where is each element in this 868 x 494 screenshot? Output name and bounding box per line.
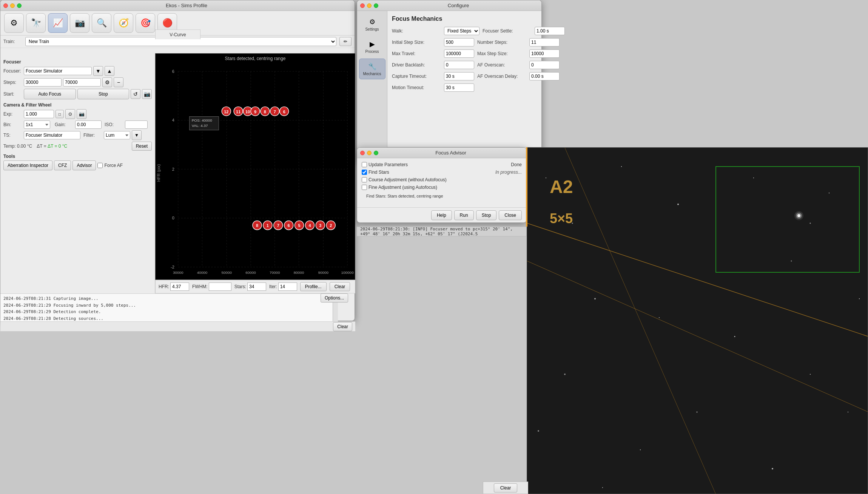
max-step-input[interactable] bbox=[529, 49, 560, 58]
filter-label: Filter: bbox=[83, 133, 102, 138]
log-line-1: 2024-06-29T08:21:31 Capturing image... bbox=[3, 295, 330, 302]
settings-tool-btn[interactable]: ⚙ bbox=[4, 13, 24, 33]
align-tool-btn[interactable]: 🧭 bbox=[114, 13, 133, 33]
motion-timeout-input[interactable] bbox=[444, 83, 474, 92]
reset-btn[interactable]: Reset bbox=[132, 142, 152, 151]
scope-tool-btn[interactable]: 🔭 bbox=[26, 13, 46, 33]
course-adj-checkbox[interactable] bbox=[362, 177, 367, 182]
close-btn[interactable] bbox=[3, 3, 8, 8]
auto-focus-btn[interactable]: Auto Focus bbox=[24, 89, 76, 99]
focuser-input[interactable] bbox=[24, 67, 92, 75]
advisor-run-btn[interactable]: Run bbox=[454, 210, 474, 220]
exp-grab-btn[interactable]: □ bbox=[56, 110, 64, 118]
svg-point-75 bbox=[697, 412, 698, 413]
advisor-btn[interactable]: Advisor bbox=[72, 161, 96, 170]
steps-settings-btn[interactable]: ⚙ bbox=[102, 77, 112, 87]
capture-timeout-label: Capture Timeout: bbox=[392, 74, 441, 79]
log-clear-btn[interactable]: Clear bbox=[333, 322, 352, 331]
svg-point-79 bbox=[810, 223, 811, 224]
exp-cam-btn[interactable]: 📷 bbox=[77, 109, 86, 119]
bottom-clear-area: Clear bbox=[483, 482, 528, 494]
advisor-help-btn[interactable]: Help bbox=[431, 210, 452, 220]
config-nav-process[interactable]: ▶ Process bbox=[359, 36, 385, 57]
configure-minimize-btn[interactable] bbox=[367, 3, 372, 8]
af-overscan-delay-input[interactable] bbox=[529, 72, 560, 80]
svg-point-90 bbox=[794, 211, 803, 220]
configure-close-btn[interactable] bbox=[360, 3, 365, 8]
gain-input[interactable] bbox=[75, 120, 102, 129]
ts-input[interactable] bbox=[24, 131, 80, 139]
find-stars-checkbox[interactable] bbox=[362, 170, 367, 175]
fwhm-value bbox=[209, 283, 231, 291]
config-nav-mechanics[interactable]: 🔧 Mechanics bbox=[359, 59, 385, 79]
af-overscan-input[interactable] bbox=[529, 61, 560, 69]
focuser-up-btn[interactable]: ▲ bbox=[105, 66, 114, 76]
log-line-3: 2024-06-29T08:21:29 Detection complete. bbox=[3, 309, 330, 315]
bin-select[interactable]: 1x1 bbox=[24, 120, 50, 129]
camera-tool-btn[interactable]: 📷 bbox=[70, 13, 89, 33]
update-params-checkbox[interactable] bbox=[362, 162, 367, 167]
steps-start-input[interactable] bbox=[24, 78, 62, 86]
steps-end-input[interactable] bbox=[63, 78, 101, 86]
options-btn[interactable]: Options... bbox=[321, 293, 348, 303]
svg-point-72 bbox=[810, 374, 811, 375]
exp-loop-btn[interactable]: ⊙ bbox=[65, 109, 75, 119]
configure-maximize-btn[interactable] bbox=[374, 3, 378, 8]
profile-btn[interactable]: Profile... bbox=[300, 282, 327, 291]
advisor-close-btn-footer[interactable]: Close bbox=[499, 210, 522, 220]
svg-text:7: 7 bbox=[274, 110, 276, 114]
clear-btn[interactable]: Clear bbox=[330, 282, 350, 291]
fwhm-field: FWHM: bbox=[192, 283, 231, 291]
guide-tool-btn[interactable]: 🎯 bbox=[136, 13, 155, 33]
iter-value: 14 bbox=[278, 283, 297, 291]
advisor-stop-btn[interactable]: Stop bbox=[476, 210, 497, 220]
stars-field: Stars: 34 bbox=[234, 283, 266, 291]
advisor-title: Focus Advisor bbox=[378, 150, 523, 156]
filter-select[interactable]: Lum bbox=[104, 131, 130, 139]
filter-options-btn[interactable]: ▼ bbox=[132, 130, 142, 140]
capture-timeout-input[interactable] bbox=[444, 72, 474, 80]
config-nav-settings-label: Settings bbox=[365, 27, 379, 31]
focus-tool-btn[interactable]: 📈 bbox=[48, 13, 68, 33]
steps-label: Steps: bbox=[3, 80, 22, 85]
steps-minus-btn[interactable]: − bbox=[114, 77, 123, 87]
walk-select[interactable]: Fixed Steps bbox=[444, 27, 479, 35]
iso-input[interactable] bbox=[125, 120, 148, 129]
aberration-inspector-btn[interactable]: Aberration Inspector bbox=[3, 161, 52, 170]
advisor-maximize-btn[interactable] bbox=[374, 151, 378, 155]
iter-field: Iter: 14 bbox=[269, 283, 297, 291]
loop-btn[interactable]: ↺ bbox=[131, 89, 140, 99]
focuser-settle-input[interactable] bbox=[535, 27, 565, 35]
window-title: Ekos - Sims Profile bbox=[22, 3, 352, 8]
maximize-btn[interactable] bbox=[17, 3, 22, 8]
motion-timeout-label: Motion Timeout: bbox=[392, 85, 441, 90]
max-travel-input[interactable] bbox=[444, 49, 474, 58]
initial-step-input[interactable] bbox=[444, 38, 474, 46]
advisor-close-btn[interactable] bbox=[360, 151, 365, 155]
svg-text:100000: 100000 bbox=[341, 270, 354, 275]
bottom-clear-btn[interactable]: Clear bbox=[494, 483, 518, 492]
force-af-checkbox[interactable] bbox=[97, 163, 103, 168]
fine-adj-checkbox[interactable] bbox=[362, 185, 367, 190]
driver-backlash-input[interactable] bbox=[444, 61, 474, 69]
search-tool-btn[interactable]: 🔍 bbox=[92, 13, 111, 33]
svg-text:2: 2 bbox=[330, 223, 332, 228]
cfz-btn[interactable]: CFZ bbox=[54, 161, 71, 170]
advisor-minimize-btn[interactable] bbox=[367, 151, 372, 155]
vcurve-tab[interactable]: V-Curve bbox=[155, 29, 200, 39]
svg-text:4: 4 bbox=[308, 223, 311, 228]
minimize-btn[interactable] bbox=[10, 3, 15, 8]
edit-train-btn[interactable]: ✏ bbox=[339, 37, 352, 46]
config-row-timeout: Capture Timeout: AF Overscan Delay: bbox=[392, 72, 537, 80]
number-steps-input[interactable] bbox=[529, 38, 560, 46]
config-nav-mechanics-label: Mechanics bbox=[363, 72, 381, 76]
capture-btn[interactable]: 📷 bbox=[142, 89, 152, 99]
advisor-footer: Help Run Stop Close bbox=[357, 207, 526, 222]
stop-btn[interactable]: Stop bbox=[77, 89, 130, 99]
exp-input[interactable] bbox=[24, 110, 54, 118]
focuser-down-btn[interactable]: ▼ bbox=[93, 66, 103, 76]
fwhm-label: FWHM: bbox=[192, 284, 208, 289]
log-line-4: 2024-06-29T08:21:28 Detecting sources... bbox=[3, 315, 330, 321]
config-nav-settings[interactable]: ⚙ Settings bbox=[359, 14, 385, 35]
af-overscan-label: AF Overscan: bbox=[477, 62, 526, 68]
